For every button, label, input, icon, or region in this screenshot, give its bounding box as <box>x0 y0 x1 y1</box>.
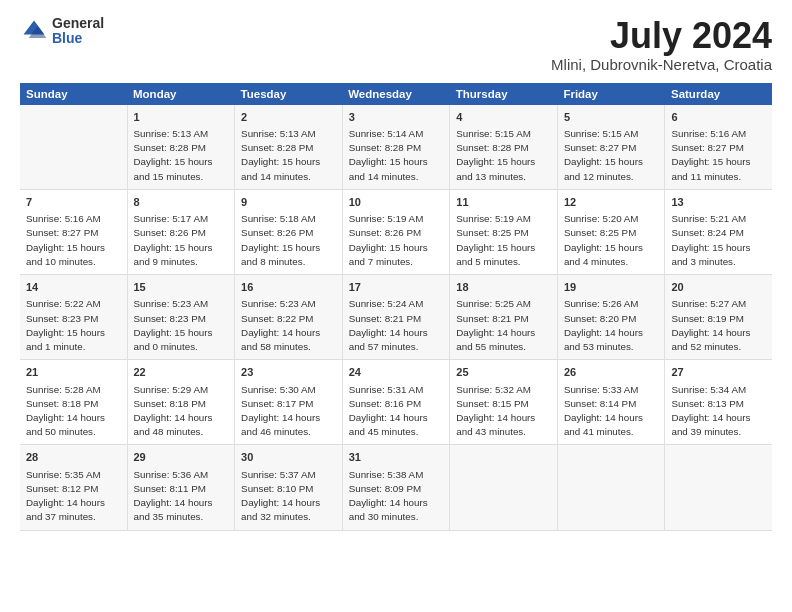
cell-info: Sunrise: 5:30 AM Sunset: 8:17 PM Dayligh… <box>241 383 336 440</box>
day-number: 12 <box>564 195 659 210</box>
day-number: 24 <box>349 365 444 380</box>
cell-info: Sunrise: 5:33 AM Sunset: 8:14 PM Dayligh… <box>564 383 659 440</box>
calendar-cell: 4Sunrise: 5:15 AM Sunset: 8:28 PM Daylig… <box>450 105 558 190</box>
cell-info: Sunrise: 5:22 AM Sunset: 8:23 PM Dayligh… <box>26 297 121 354</box>
day-number: 6 <box>671 110 766 125</box>
calendar-cell: 7Sunrise: 5:16 AM Sunset: 8:27 PM Daylig… <box>20 189 127 274</box>
day-number: 16 <box>241 280 336 295</box>
header-day: Tuesday <box>235 83 343 105</box>
day-number: 19 <box>564 280 659 295</box>
calendar-cell: 15Sunrise: 5:23 AM Sunset: 8:23 PM Dayli… <box>127 275 235 360</box>
day-number: 29 <box>134 450 229 465</box>
cell-info: Sunrise: 5:25 AM Sunset: 8:21 PM Dayligh… <box>456 297 551 354</box>
logo-icon <box>20 17 48 45</box>
cell-info: Sunrise: 5:21 AM Sunset: 8:24 PM Dayligh… <box>671 212 766 269</box>
cell-info: Sunrise: 5:15 AM Sunset: 8:27 PM Dayligh… <box>564 127 659 184</box>
calendar-cell: 25Sunrise: 5:32 AM Sunset: 8:15 PM Dayli… <box>450 360 558 445</box>
calendar-cell: 6Sunrise: 5:16 AM Sunset: 8:27 PM Daylig… <box>665 105 772 190</box>
cell-info: Sunrise: 5:29 AM Sunset: 8:18 PM Dayligh… <box>134 383 229 440</box>
day-number: 3 <box>349 110 444 125</box>
day-number: 13 <box>671 195 766 210</box>
day-number: 1 <box>134 110 229 125</box>
cell-info: Sunrise: 5:37 AM Sunset: 8:10 PM Dayligh… <box>241 468 336 525</box>
calendar-cell: 8Sunrise: 5:17 AM Sunset: 8:26 PM Daylig… <box>127 189 235 274</box>
header-day: Monday <box>127 83 235 105</box>
calendar-week-row: 1Sunrise: 5:13 AM Sunset: 8:28 PM Daylig… <box>20 105 772 190</box>
day-number: 26 <box>564 365 659 380</box>
calendar-cell: 16Sunrise: 5:23 AM Sunset: 8:22 PM Dayli… <box>235 275 343 360</box>
calendar-cell: 3Sunrise: 5:14 AM Sunset: 8:28 PM Daylig… <box>342 105 450 190</box>
day-number: 31 <box>349 450 444 465</box>
calendar-table: SundayMondayTuesdayWednesdayThursdayFrid… <box>20 83 772 531</box>
calendar-cell <box>20 105 127 190</box>
calendar-cell: 29Sunrise: 5:36 AM Sunset: 8:11 PM Dayli… <box>127 445 235 530</box>
calendar-cell: 26Sunrise: 5:33 AM Sunset: 8:14 PM Dayli… <box>557 360 665 445</box>
cell-info: Sunrise: 5:28 AM Sunset: 8:18 PM Dayligh… <box>26 383 121 440</box>
calendar-header: SundayMondayTuesdayWednesdayThursdayFrid… <box>20 83 772 105</box>
calendar-week-row: 14Sunrise: 5:22 AM Sunset: 8:23 PM Dayli… <box>20 275 772 360</box>
calendar-cell: 19Sunrise: 5:26 AM Sunset: 8:20 PM Dayli… <box>557 275 665 360</box>
logo-blue: Blue <box>52 31 104 46</box>
day-number: 30 <box>241 450 336 465</box>
day-number: 20 <box>671 280 766 295</box>
calendar-cell: 20Sunrise: 5:27 AM Sunset: 8:19 PM Dayli… <box>665 275 772 360</box>
calendar-cell: 28Sunrise: 5:35 AM Sunset: 8:12 PM Dayli… <box>20 445 127 530</box>
cell-info: Sunrise: 5:13 AM Sunset: 8:28 PM Dayligh… <box>134 127 229 184</box>
header-day: Friday <box>557 83 665 105</box>
cell-info: Sunrise: 5:23 AM Sunset: 8:23 PM Dayligh… <box>134 297 229 354</box>
day-number: 25 <box>456 365 551 380</box>
cell-info: Sunrise: 5:27 AM Sunset: 8:19 PM Dayligh… <box>671 297 766 354</box>
day-number: 14 <box>26 280 121 295</box>
calendar-cell: 24Sunrise: 5:31 AM Sunset: 8:16 PM Dayli… <box>342 360 450 445</box>
calendar-cell: 23Sunrise: 5:30 AM Sunset: 8:17 PM Dayli… <box>235 360 343 445</box>
calendar-cell: 13Sunrise: 5:21 AM Sunset: 8:24 PM Dayli… <box>665 189 772 274</box>
calendar-cell <box>557 445 665 530</box>
day-number: 7 <box>26 195 121 210</box>
calendar-cell: 31Sunrise: 5:38 AM Sunset: 8:09 PM Dayli… <box>342 445 450 530</box>
cell-info: Sunrise: 5:23 AM Sunset: 8:22 PM Dayligh… <box>241 297 336 354</box>
calendar-cell: 17Sunrise: 5:24 AM Sunset: 8:21 PM Dayli… <box>342 275 450 360</box>
calendar-cell: 27Sunrise: 5:34 AM Sunset: 8:13 PM Dayli… <box>665 360 772 445</box>
subtitle: Mlini, Dubrovnik-Neretva, Croatia <box>551 56 772 73</box>
day-number: 18 <box>456 280 551 295</box>
cell-info: Sunrise: 5:34 AM Sunset: 8:13 PM Dayligh… <box>671 383 766 440</box>
header-day: Wednesday <box>342 83 450 105</box>
day-number: 2 <box>241 110 336 125</box>
calendar-cell: 22Sunrise: 5:29 AM Sunset: 8:18 PM Dayli… <box>127 360 235 445</box>
calendar-week-row: 21Sunrise: 5:28 AM Sunset: 8:18 PM Dayli… <box>20 360 772 445</box>
header: General Blue July 2024 Mlini, Dubrovnik-… <box>20 16 772 73</box>
cell-info: Sunrise: 5:19 AM Sunset: 8:25 PM Dayligh… <box>456 212 551 269</box>
cell-info: Sunrise: 5:31 AM Sunset: 8:16 PM Dayligh… <box>349 383 444 440</box>
cell-info: Sunrise: 5:36 AM Sunset: 8:11 PM Dayligh… <box>134 468 229 525</box>
cell-info: Sunrise: 5:16 AM Sunset: 8:27 PM Dayligh… <box>26 212 121 269</box>
day-number: 27 <box>671 365 766 380</box>
day-number: 11 <box>456 195 551 210</box>
cell-info: Sunrise: 5:24 AM Sunset: 8:21 PM Dayligh… <box>349 297 444 354</box>
title-block: July 2024 Mlini, Dubrovnik-Neretva, Croa… <box>551 16 772 73</box>
calendar-week-row: 28Sunrise: 5:35 AM Sunset: 8:12 PM Dayli… <box>20 445 772 530</box>
page: General Blue July 2024 Mlini, Dubrovnik-… <box>0 0 792 612</box>
calendar-cell <box>450 445 558 530</box>
day-number: 4 <box>456 110 551 125</box>
header-row: SundayMondayTuesdayWednesdayThursdayFrid… <box>20 83 772 105</box>
cell-info: Sunrise: 5:15 AM Sunset: 8:28 PM Dayligh… <box>456 127 551 184</box>
cell-info: Sunrise: 5:35 AM Sunset: 8:12 PM Dayligh… <box>26 468 121 525</box>
day-number: 17 <box>349 280 444 295</box>
day-number: 10 <box>349 195 444 210</box>
cell-info: Sunrise: 5:19 AM Sunset: 8:26 PM Dayligh… <box>349 212 444 269</box>
calendar-cell: 14Sunrise: 5:22 AM Sunset: 8:23 PM Dayli… <box>20 275 127 360</box>
cell-info: Sunrise: 5:13 AM Sunset: 8:28 PM Dayligh… <box>241 127 336 184</box>
cell-info: Sunrise: 5:38 AM Sunset: 8:09 PM Dayligh… <box>349 468 444 525</box>
logo: General Blue <box>20 16 104 47</box>
calendar-cell: 11Sunrise: 5:19 AM Sunset: 8:25 PM Dayli… <box>450 189 558 274</box>
cell-info: Sunrise: 5:26 AM Sunset: 8:20 PM Dayligh… <box>564 297 659 354</box>
calendar-cell: 10Sunrise: 5:19 AM Sunset: 8:26 PM Dayli… <box>342 189 450 274</box>
calendar-cell: 5Sunrise: 5:15 AM Sunset: 8:27 PM Daylig… <box>557 105 665 190</box>
cell-info: Sunrise: 5:20 AM Sunset: 8:25 PM Dayligh… <box>564 212 659 269</box>
calendar-cell: 9Sunrise: 5:18 AM Sunset: 8:26 PM Daylig… <box>235 189 343 274</box>
cell-info: Sunrise: 5:16 AM Sunset: 8:27 PM Dayligh… <box>671 127 766 184</box>
cell-info: Sunrise: 5:14 AM Sunset: 8:28 PM Dayligh… <box>349 127 444 184</box>
calendar-cell: 1Sunrise: 5:13 AM Sunset: 8:28 PM Daylig… <box>127 105 235 190</box>
day-number: 15 <box>134 280 229 295</box>
cell-info: Sunrise: 5:18 AM Sunset: 8:26 PM Dayligh… <box>241 212 336 269</box>
